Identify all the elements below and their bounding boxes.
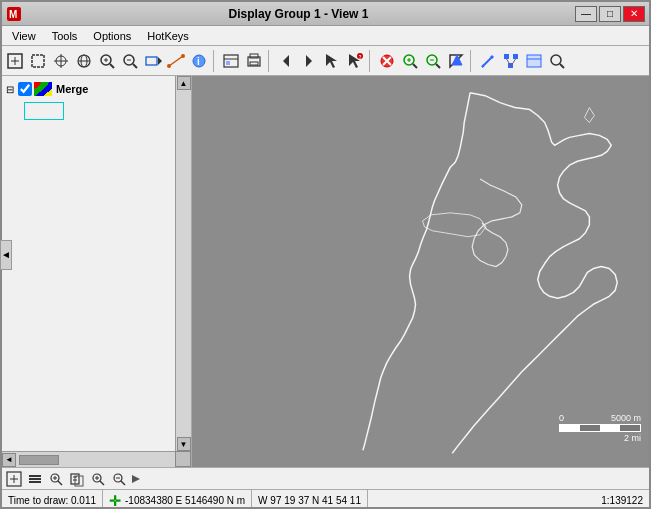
svg-line-17 — [133, 64, 137, 68]
close-button[interactable]: ✕ — [623, 6, 645, 22]
svg-line-57 — [511, 59, 516, 66]
map-view[interactable]: 0 5000 m 2 mi — [192, 76, 649, 467]
zoom-in2-button[interactable] — [399, 50, 421, 72]
zoom-map-button[interactable] — [546, 50, 568, 72]
scroll-up-button[interactable]: ▲ — [177, 76, 191, 90]
layer-item[interactable] — [24, 102, 173, 120]
pan-button[interactable] — [50, 50, 72, 72]
title-bar: M Display Group 1 - View 1 — □ ✕ — [2, 2, 649, 26]
toolbar-separator-2 — [268, 50, 272, 72]
svg-marker-32 — [283, 55, 289, 67]
left-panel: ⊟ Merge ▲ ▼ ◄ — [2, 76, 192, 467]
feature-info-button[interactable]: ? — [344, 50, 366, 72]
svg-point-23 — [181, 54, 185, 58]
menu-hotkeys[interactable]: HotKeys — [139, 28, 197, 44]
svg-marker-20 — [158, 57, 162, 65]
data-frame-button[interactable] — [220, 50, 242, 72]
arrow2-button[interactable] — [445, 50, 467, 72]
merge-layer-label: Merge — [56, 83, 88, 95]
svg-line-46 — [436, 64, 440, 68]
horizontal-scroll-track[interactable] — [19, 455, 174, 465]
zoom-box-button[interactable] — [27, 50, 49, 72]
pointer-button[interactable] — [321, 50, 343, 72]
zoom-in-button[interactable] — [96, 50, 118, 72]
menu-bar: View Tools Options HotKeys — [2, 26, 649, 46]
toolbar-separator-1 — [213, 50, 217, 72]
menu-options[interactable]: Options — [85, 28, 139, 44]
svg-rect-31 — [250, 62, 258, 65]
svg-rect-65 — [29, 475, 41, 477]
status-bar: Time to draw: 0.011 ✛ -10834380 E 514649… — [2, 489, 649, 509]
select-rect-button[interactable] — [142, 50, 164, 72]
svg-line-81 — [121, 481, 125, 485]
scroll-left-button[interactable]: ◄ — [2, 453, 16, 467]
bt-zoom-full-button[interactable] — [4, 470, 24, 488]
vertical-scrollbar[interactable]: ▲ ▼ — [175, 76, 191, 451]
zoom-world-button[interactable] — [73, 50, 95, 72]
layer-list: ⊟ Merge — [2, 76, 175, 124]
layer-color-swatch[interactable] — [24, 102, 64, 120]
bt-zoom-box-button[interactable] — [46, 470, 66, 488]
svg-rect-66 — [29, 478, 41, 480]
panel-expand-button[interactable] — [132, 471, 142, 487]
scroll-track[interactable] — [176, 90, 191, 437]
main-toolbar: i ? — [2, 46, 649, 76]
bt-catalog-button[interactable] — [67, 470, 87, 488]
svg-rect-58 — [527, 55, 541, 67]
edit-button[interactable] — [477, 50, 499, 72]
svg-point-22 — [167, 64, 171, 68]
print-button[interactable] — [243, 50, 265, 72]
bt-zoom-out-button[interactable] — [109, 470, 129, 488]
bt-layers-button[interactable] — [25, 470, 45, 488]
merge-checkbox[interactable] — [18, 82, 32, 96]
app-icon: M — [6, 6, 22, 22]
svg-text:i: i — [197, 56, 200, 67]
zoom-prev-button[interactable] — [275, 50, 297, 72]
panel-collapse-button[interactable]: ◄ — [0, 240, 12, 270]
svg-line-52 — [482, 65, 484, 67]
title-bar-left: M — [6, 6, 22, 22]
layer-view-button[interactable] — [523, 50, 545, 72]
minimize-button[interactable]: — — [575, 6, 597, 22]
main-area: ⊟ Merge ▲ ▼ ◄ — [2, 76, 649, 467]
svg-line-42 — [413, 64, 417, 68]
zoom-out-button[interactable] — [119, 50, 141, 72]
svg-text:M: M — [9, 9, 17, 20]
menu-view[interactable]: View — [4, 28, 44, 44]
scale-mi-label: 2 mi — [624, 433, 641, 443]
svg-line-69 — [58, 481, 62, 485]
svg-line-13 — [110, 64, 114, 68]
bt-zoom-in-button[interactable] — [88, 470, 108, 488]
location-info: ✛ -10834380 E 5146490 N m — [103, 490, 252, 509]
measure-button[interactable] — [165, 50, 187, 72]
scale-display: 1:139122 — [368, 490, 649, 509]
zoom-out2-button[interactable] — [422, 50, 444, 72]
svg-rect-19 — [146, 57, 157, 65]
scale-km-label: 5000 m — [611, 413, 641, 423]
identify-button[interactable]: i — [188, 50, 210, 72]
svg-rect-28 — [226, 61, 230, 65]
toolbar-separator-3 — [369, 50, 373, 72]
horizontal-scrollbar[interactable]: ◄ ► — [2, 451, 191, 467]
zoom-next-button[interactable] — [298, 50, 320, 72]
bottom-toolbar — [2, 467, 649, 489]
vertex-button[interactable] — [500, 50, 522, 72]
toolbar-separator-4 — [470, 50, 474, 72]
merge-layer-icon — [34, 82, 52, 96]
lat-lon-display: W 97 19 37 N 41 54 11 — [252, 490, 368, 509]
scroll-down-button[interactable]: ▼ — [177, 437, 191, 451]
svg-point-60 — [551, 55, 561, 65]
stop-button[interactable] — [376, 50, 398, 72]
map-svg — [192, 76, 649, 467]
maximize-button[interactable]: □ — [599, 6, 621, 22]
menu-tools[interactable]: Tools — [44, 28, 86, 44]
zoom-full-button[interactable] — [4, 50, 26, 72]
layer-content: ⊟ Merge — [2, 76, 191, 451]
svg-marker-34 — [326, 54, 337, 68]
scale-zero-label: 0 — [559, 413, 564, 423]
draw-time: Time to draw: 0.011 — [2, 490, 103, 509]
merge-layer-row[interactable]: ⊟ Merge — [4, 80, 173, 98]
svg-marker-33 — [306, 55, 312, 67]
svg-rect-53 — [504, 54, 509, 59]
horizontal-scroll-thumb[interactable] — [19, 455, 59, 465]
